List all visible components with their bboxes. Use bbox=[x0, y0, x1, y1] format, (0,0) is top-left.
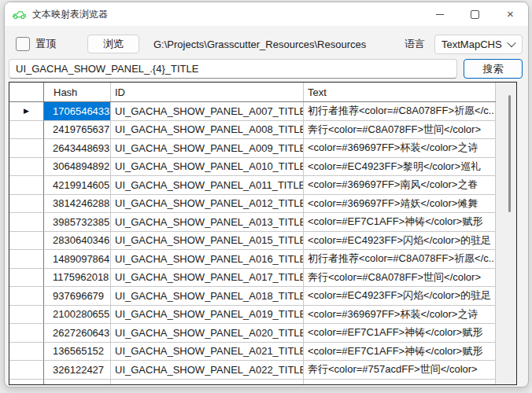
row-header[interactable] bbox=[9, 139, 44, 158]
table-row[interactable]: 3814246288UI_GACHA_SHOW_PANEL_A012_TITLE… bbox=[9, 195, 516, 214]
table-row[interactable]: 2419765637UI_GACHA_SHOW_PANEL_A008_TITLE… bbox=[9, 121, 516, 140]
maximize-button[interactable] bbox=[457, 2, 493, 26]
cell-id[interactable]: UI_GACHA_SHOW_PANEL_A021_TITLE bbox=[111, 343, 304, 362]
cell-id[interactable]: UI_GACHA_SHOW_PANEL_A019_TITLE bbox=[111, 306, 304, 325]
cell-id[interactable]: UI_GACHA_SHOW_PANEL_A013_TITLE bbox=[111, 213, 304, 232]
chevron-down-icon bbox=[507, 39, 515, 47]
cell-id[interactable]: UI_GACHA_SHOW_PANEL_A020_TITLE bbox=[111, 324, 304, 343]
row-header[interactable] bbox=[9, 306, 44, 325]
table-row[interactable]: 937696679UI_GACHA_SHOW_PANEL_A018_TITLE<… bbox=[9, 287, 516, 306]
cell-id[interactable]: UI_GACHA_SHOW_PANEL_A011_TITLE bbox=[111, 176, 304, 195]
cell-text[interactable]: <color=#369697FF>靖妖</color>傩舞 bbox=[304, 195, 496, 214]
cell-hash[interactable]: 2419765637 bbox=[44, 121, 111, 140]
table-row[interactable]: 1175962018UI_GACHA_SHOW_PANEL_A017_TITLE… bbox=[9, 269, 516, 288]
cell-hash[interactable]: 2830640346 bbox=[44, 232, 111, 251]
cell-hash[interactable]: 3985732385 bbox=[44, 213, 111, 232]
close-button[interactable]: × bbox=[493, 2, 528, 26]
cell-id[interactable] bbox=[111, 380, 304, 386]
cell-hash[interactable]: 2100280655 bbox=[44, 306, 111, 325]
cell-hash[interactable]: 136565152 bbox=[44, 343, 111, 362]
cell-id[interactable]: UI_GACHA_SHOW_PANEL_A018_TITLE bbox=[111, 287, 304, 306]
row-header[interactable] bbox=[9, 269, 44, 288]
cell-id[interactable]: UI_GACHA_SHOW_PANEL_A022_TITLE bbox=[111, 361, 304, 380]
table-row[interactable]: 326122427UI_GACHA_SHOW_PANEL_A022_TITLE奔… bbox=[9, 361, 516, 380]
cell-hash[interactable]: 2627260643 bbox=[44, 324, 111, 343]
minimize-icon bbox=[436, 14, 444, 15]
cell-text[interactable]: <color=#369697FF>杯装</color>之诗 bbox=[304, 139, 496, 158]
table-row[interactable]: 3064894892UI_GACHA_SHOW_PANEL_A010_TITLE… bbox=[9, 158, 516, 177]
column-header-hash[interactable]: Hash bbox=[44, 83, 111, 101]
pin-on-top-checkbox[interactable] bbox=[16, 37, 30, 51]
cell-hash[interactable]: 1175962018 bbox=[44, 269, 111, 288]
table-row[interactable]: 3985732385UI_GACHA_SHOW_PANEL_A013_TITLE… bbox=[9, 213, 516, 232]
row-header[interactable] bbox=[9, 380, 44, 386]
scrollbar-thumb[interactable] bbox=[508, 95, 511, 212]
cell-id[interactable]: UI_GACHA_SHOW_PANEL_A012_TITLE bbox=[111, 195, 304, 214]
table-row[interactable]: 2100280655UI_GACHA_SHOW_PANEL_A019_TITLE… bbox=[9, 306, 516, 325]
table-row[interactable]: 1489097864UI_GACHA_SHOW_PANEL_A016_TITLE… bbox=[9, 250, 516, 269]
row-header[interactable] bbox=[9, 324, 44, 343]
language-select[interactable]: TextMapCHS bbox=[434, 35, 523, 54]
table-row[interactable]: 2830640346UI_GACHA_SHOW_PANEL_A015_TITLE… bbox=[9, 232, 516, 251]
cell-hash[interactable]: 1489097864 bbox=[44, 250, 111, 269]
cell-id[interactable]: UI_GACHA_SHOW_PANEL_A009_TITLE bbox=[111, 139, 304, 158]
row-header[interactable] bbox=[9, 158, 44, 177]
table-row[interactable]: 2643448693UI_GACHA_SHOW_PANEL_A009_TITLE… bbox=[9, 139, 516, 158]
row-header[interactable] bbox=[9, 361, 44, 380]
cell-hash[interactable]: 3814246288 bbox=[44, 195, 111, 214]
vertical-scrollbar[interactable] bbox=[496, 83, 516, 384]
cell-hash[interactable]: 3064894892 bbox=[44, 158, 111, 177]
cell-text[interactable]: 奔行<color=#C8A078FF>世间</color> bbox=[304, 269, 496, 288]
cell-id[interactable]: UI_GACHA_SHOW_PANEL_A007_TITLE bbox=[111, 102, 304, 121]
row-header[interactable] bbox=[9, 287, 44, 306]
cell-id[interactable]: UI_GACHA_SHOW_PANEL_A016_TITLE bbox=[111, 250, 304, 269]
table-row[interactable]: 136565152UI_GACHA_SHOW_PANEL_A021_TITLE<… bbox=[9, 343, 516, 362]
column-header-text[interactable]: Text bbox=[304, 83, 496, 101]
row-header[interactable]: ▶ bbox=[9, 102, 44, 121]
cell-text[interactable]: <color=#EC4923FF>闪焰</color>的驻足 bbox=[304, 287, 496, 306]
cell-text[interactable]: 初行者推荐<color=#C8A078FF>祈愿</c... bbox=[304, 250, 496, 269]
table-row-partial[interactable] bbox=[9, 380, 516, 386]
search-button[interactable]: 搜索 bbox=[464, 59, 523, 79]
minimize-button[interactable] bbox=[422, 2, 457, 26]
column-header-id[interactable]: ID bbox=[111, 83, 304, 101]
cell-text[interactable]: <color=#EC4923FF>闪焰</color>的驻足 bbox=[304, 232, 496, 251]
cell-text[interactable]: 奔行<color=#757acdFF>世间</color> bbox=[304, 361, 496, 380]
toolbar: 置顶 浏览 G:\Projects\Grasscutter_Resources\… bbox=[16, 34, 523, 54]
cell-hash[interactable]: 4219914605 bbox=[44, 176, 111, 195]
grid-header: Hash ID Text bbox=[9, 83, 516, 102]
row-header[interactable] bbox=[9, 250, 44, 269]
cell-text[interactable] bbox=[304, 380, 496, 386]
cell-hash[interactable]: 326122427 bbox=[44, 361, 111, 380]
cell-text[interactable]: <color=#EC4923FF>黎明</color>巡礼 bbox=[304, 158, 496, 177]
cell-text[interactable]: <color=#EF7C1AFF>神铸</color>赋形 bbox=[304, 324, 496, 343]
search-input[interactable] bbox=[9, 59, 457, 79]
row-header[interactable] bbox=[9, 121, 44, 140]
cell-text[interactable]: 奔行<color=#C8A078FF>世间</color> bbox=[304, 121, 496, 140]
row-header[interactable] bbox=[9, 195, 44, 214]
window-controls: × bbox=[422, 2, 528, 26]
cell-hash[interactable]: 1706546433 bbox=[44, 102, 111, 121]
cell-text[interactable]: <color=#EF7C1AFF>神铸</color>赋形 bbox=[304, 343, 496, 362]
cell-hash[interactable]: 937696679 bbox=[44, 287, 111, 306]
cell-text[interactable]: 初行者推荐<color=#C8A078FF>祈愿</c... bbox=[304, 102, 496, 121]
row-header[interactable] bbox=[9, 343, 44, 362]
cell-text[interactable]: <color=#369697FF>杯装</color>之诗 bbox=[304, 306, 496, 325]
cell-id[interactable]: UI_GACHA_SHOW_PANEL_A015_TITLE bbox=[111, 232, 304, 251]
cell-hash[interactable]: 2643448693 bbox=[44, 139, 111, 158]
cell-text[interactable]: <color=#369697FF>南风</color>之眷 bbox=[304, 176, 496, 195]
row-header[interactable] bbox=[9, 232, 44, 251]
cell-id[interactable]: UI_GACHA_SHOW_PANEL_A008_TITLE bbox=[111, 121, 304, 140]
cell-hash[interactable] bbox=[44, 380, 111, 386]
table-row[interactable]: 4219914605UI_GACHA_SHOW_PANEL_A011_TITLE… bbox=[9, 176, 516, 195]
table-row[interactable]: ▶1706546433UI_GACHA_SHOW_PANEL_A007_TITL… bbox=[9, 102, 516, 121]
cell-text[interactable]: <color=#EF7C1AFF>神铸</color>赋形 bbox=[304, 213, 496, 232]
table-row[interactable]: 2627260643UI_GACHA_SHOW_PANEL_A020_TITLE… bbox=[9, 324, 516, 343]
row-header[interactable] bbox=[9, 176, 44, 195]
row-header[interactable] bbox=[9, 213, 44, 232]
window-title: 文本映射表浏览器 bbox=[32, 8, 108, 21]
row-header-column[interactable] bbox=[9, 83, 44, 101]
browse-button[interactable]: 浏览 bbox=[87, 35, 139, 53]
cell-id[interactable]: UI_GACHA_SHOW_PANEL_A017_TITLE bbox=[111, 269, 304, 288]
cell-id[interactable]: UI_GACHA_SHOW_PANEL_A010_TITLE bbox=[111, 158, 304, 177]
